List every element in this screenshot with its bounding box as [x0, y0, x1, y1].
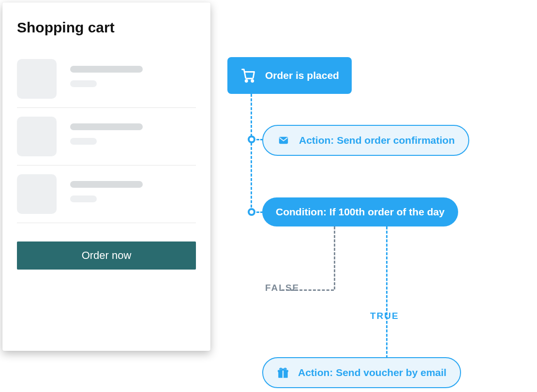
- svg-point-0: [245, 80, 247, 82]
- item-text: [70, 59, 196, 87]
- svg-rect-5: [283, 370, 283, 378]
- cart-title: Shopping cart: [17, 19, 196, 36]
- placeholder-line: [70, 138, 97, 145]
- svg-point-1: [252, 80, 254, 82]
- placeholder-line: [70, 196, 97, 202]
- true-branch-line: [386, 226, 388, 358]
- cart-item: [17, 50, 196, 108]
- placeholder-line: [70, 80, 97, 87]
- cart-item: [17, 108, 196, 166]
- connector-line: [251, 94, 252, 212]
- action-node-send-confirmation[interactable]: Action: Send order confirmation: [262, 125, 469, 156]
- item-text: [70, 117, 196, 145]
- mail-icon: [277, 135, 290, 146]
- cart-icon: [240, 68, 256, 83]
- branch-dot: [248, 208, 255, 216]
- gift-icon: [277, 366, 289, 379]
- action-label: Action: Send voucher by email: [298, 367, 447, 378]
- true-branch-label: TRUE: [370, 311, 399, 321]
- action-label: Action: Send order confirmation: [299, 135, 455, 146]
- action-node-send-voucher[interactable]: Action: Send voucher by email: [262, 357, 461, 388]
- item-thumbnail: [17, 59, 57, 99]
- shopping-cart-card: Shopping cart Order now: [2, 2, 210, 351]
- item-thumbnail: [17, 117, 57, 156]
- order-now-button[interactable]: Order now: [17, 241, 196, 270]
- placeholder-line: [70, 66, 143, 73]
- item-thumbnail: [17, 174, 57, 214]
- branch-dot: [248, 136, 255, 143]
- placeholder-line: [70, 181, 143, 188]
- false-branch-line: [334, 226, 335, 289]
- trigger-node[interactable]: Order is placed: [227, 57, 352, 94]
- item-text: [70, 174, 196, 202]
- condition-node[interactable]: Condition: If 100th order of the day: [262, 197, 458, 226]
- cart-item: [17, 166, 196, 223]
- false-branch-label: FALSE: [265, 283, 299, 293]
- condition-label: Condition: If 100th order of the day: [276, 206, 445, 218]
- placeholder-line: [70, 123, 143, 130]
- trigger-label: Order is placed: [265, 70, 339, 81]
- workflow-diagram: FALSE TRUE Order is placed Action: Send …: [213, 0, 537, 392]
